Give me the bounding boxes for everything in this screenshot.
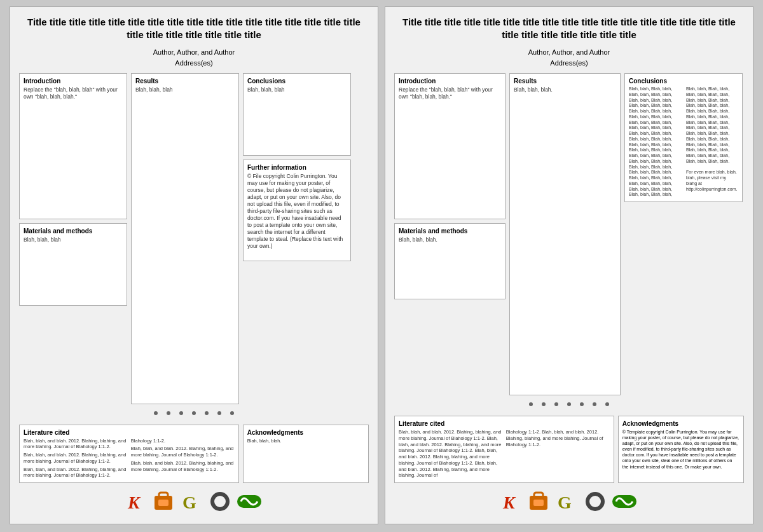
right-literature-box: Literature cited Blah, blah, and blah. 2…: [394, 416, 614, 483]
right-materials-text: Blah, blah, blah.: [399, 236, 501, 243]
left-literature-col2: Blahology 1:1-2. Blah, blah, and blah. 2…: [131, 438, 235, 473]
left-conclusions-box: Conclusions Blah, blah, blah: [243, 73, 351, 156]
dot-1: [154, 411, 158, 415]
svg-rect-3: [158, 500, 168, 506]
right-main-content: Introduction Replace the "blah, blah, bl…: [394, 73, 744, 395]
right-acknowledgments-box: Acknowledgments © Template copyright Col…: [618, 416, 744, 483]
svg-text:G: G: [558, 493, 572, 512]
dot-4: [192, 411, 196, 415]
right-conclusions-text: Blah, blah, Blah, blah, Blah, blah, Blah…: [629, 86, 738, 198]
right-k-icon: K: [502, 491, 521, 512]
right-materials-title: Materials and methods: [399, 228, 501, 235]
right-introduction-title: Introduction: [399, 78, 501, 85]
snake-icon: [237, 492, 261, 511]
left-col-3: Conclusions Blah, blah, blah Further inf…: [243, 73, 351, 404]
svg-rect-10: [533, 500, 544, 506]
left-further-title: Further information: [247, 164, 347, 171]
right-introduction-box: Introduction Replace the "blah, blah, bl…: [394, 73, 505, 219]
left-dots-row: [19, 409, 369, 417]
right-conclusions-box: Conclusions Blah, blah, Blah, blah, Blah…: [624, 73, 743, 202]
right-results-box: Results Blah, blah, blah.: [509, 73, 621, 395]
left-icons-row: K G: [19, 488, 369, 515]
k-icon: K: [127, 491, 146, 512]
left-conclusions-title: Conclusions: [247, 78, 347, 85]
dot-5: [205, 411, 209, 415]
svg-text:K: K: [127, 493, 141, 512]
left-materials-box: Materials and methods Blah, blah, blah: [19, 223, 127, 306]
dot-r1: [529, 402, 533, 406]
right-results-title: Results: [514, 78, 616, 85]
right-literature-col1: Blah, blah, and blah. 2012. Blahing, bla…: [399, 429, 502, 479]
right-bag-icon: [527, 491, 550, 512]
left-col-1: Introduction Replace the "blah, blah, bl…: [19, 73, 127, 404]
left-conclusions-text: Blah, blah, blah: [247, 86, 347, 93]
left-results-box: Results Blah, blah, blah: [131, 73, 239, 404]
right-dots-row: [394, 400, 744, 408]
dot-r4: [567, 402, 571, 406]
dot-r7: [605, 402, 609, 406]
right-col-2: Results Blah, blah, blah.: [509, 73, 621, 395]
right-results-text: Blah, blah, blah.: [514, 86, 616, 93]
dot-r6: [593, 402, 596, 406]
left-introduction-title: Introduction: [24, 78, 123, 85]
svg-text:G: G: [182, 493, 196, 512]
dot-r3: [554, 402, 558, 406]
left-further-text: © File copyright Colin Purrington. You m…: [247, 173, 347, 250]
dot-3: [179, 411, 183, 415]
left-introduction-box: Introduction Replace the "blah, blah, bl…: [19, 73, 127, 219]
left-acknowledgments-title: Acknowledgments: [247, 429, 364, 436]
left-literature-col1: Blah, blah, and blah. 2012. Blahing, bla…: [24, 438, 127, 479]
right-poster-author: Author, Author, and Author Address(es): [394, 47, 744, 68]
left-literature-title: Literature cited: [24, 429, 235, 436]
bag-icon: [152, 491, 175, 512]
svg-text:K: K: [502, 493, 516, 512]
svg-rect-9: [534, 493, 543, 498]
right-poster-title: Title title title title title title titl…: [394, 16, 744, 41]
dot-6: [217, 411, 221, 415]
right-materials-box: Materials and methods Blah, blah, blah.: [394, 223, 505, 299]
dot-r5: [580, 402, 584, 406]
circle-icon: [209, 491, 231, 512]
dot-7: [230, 411, 234, 415]
svg-rect-2: [159, 493, 168, 498]
right-col-1: Introduction Replace the "blah, blah, bl…: [394, 73, 505, 395]
right-icons-row: K G: [394, 488, 744, 515]
dot-2: [167, 411, 170, 415]
right-bottom-section: Literature cited Blah, blah, and blah. 2…: [394, 416, 744, 483]
right-col-3: Conclusions Blah, blah, Blah, blah, Blah…: [624, 73, 743, 395]
right-circle-icon: [584, 491, 606, 512]
svg-point-12: [588, 494, 603, 509]
left-acknowledgments-box: Acknowledgments Blah, blah, blah.: [243, 425, 369, 484]
left-poster-title: Title title title title title title titl…: [19, 16, 369, 41]
g-icon: G: [181, 491, 203, 512]
left-main-content: Introduction Replace the "blah, blah, bl…: [19, 73, 369, 404]
left-bottom-section: Literature cited Blah, blah, and blah. 2…: [19, 425, 369, 484]
left-results-title: Results: [135, 78, 235, 85]
left-introduction-text: Replace the "blah, blah, blah" with your…: [24, 86, 123, 100]
right-poster: Title title title title title title titl…: [385, 6, 753, 524]
right-conclusions-title: Conclusions: [629, 78, 738, 85]
left-further-box: Further information © File copyright Col…: [243, 160, 351, 261]
right-literature-col2: Blahology 1:1-2. Blah, blah, and blah. 2…: [506, 429, 610, 447]
left-materials-title: Materials and methods: [24, 228, 123, 235]
left-col-2: Results Blah, blah, blah: [131, 73, 239, 404]
svg-point-5: [212, 494, 228, 509]
left-materials-text: Blah, blah, blah: [24, 236, 123, 243]
right-introduction-text: Replace the "blah, blah, blah" with your…: [399, 86, 501, 100]
right-acknowledgments-text: © Template copyright Colin Purrington. Y…: [622, 429, 739, 470]
right-snake-icon: [612, 492, 636, 511]
left-poster: Title title title title title title titl…: [10, 6, 378, 524]
left-results-text: Blah, blah, blah: [135, 86, 235, 93]
right-g-icon: G: [556, 491, 578, 512]
right-acknowledgments-title: Acknowledgments: [622, 420, 739, 427]
left-poster-author: Author, Author, and Author Address(es): [19, 47, 369, 68]
left-acknowledgments-text: Blah, blah, blah.: [247, 438, 364, 444]
right-literature-title: Literature cited: [399, 420, 610, 427]
left-literature-box: Literature cited Blah, blah, and blah. 2…: [19, 425, 239, 484]
dot-r2: [542, 402, 546, 406]
